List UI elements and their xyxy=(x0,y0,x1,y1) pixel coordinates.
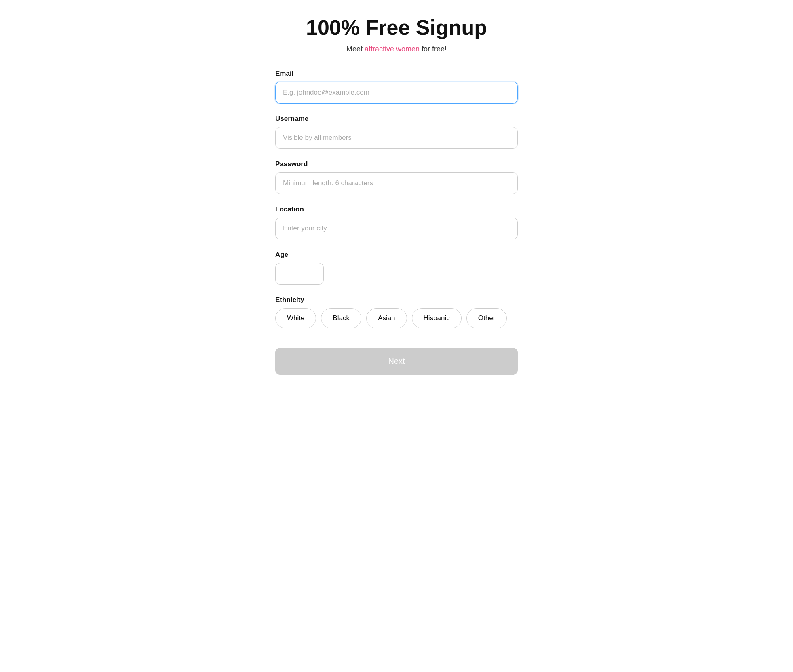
username-label: Username xyxy=(275,115,518,123)
ethnicity-btn-hispanic[interactable]: Hispanic xyxy=(412,308,462,328)
ethnicity-btn-black[interactable]: Black xyxy=(321,308,361,328)
email-input[interactable] xyxy=(275,82,518,104)
next-button[interactable]: Next xyxy=(275,348,518,375)
username-input[interactable] xyxy=(275,127,518,149)
password-label: Password xyxy=(275,160,518,168)
subtitle-prefix: Meet xyxy=(346,45,365,53)
username-group: Username xyxy=(275,115,518,149)
ethnicity-options: WhiteBlackAsianHispanicOther xyxy=(275,308,518,328)
email-group: Email xyxy=(275,70,518,104)
location-input[interactable] xyxy=(275,218,518,239)
ethnicity-btn-white[interactable]: White xyxy=(275,308,316,328)
password-input[interactable] xyxy=(275,172,518,194)
ethnicity-group: Ethnicity WhiteBlackAsianHispanicOther xyxy=(275,296,518,328)
subtitle: Meet attractive women for free! xyxy=(346,45,447,53)
ethnicity-btn-asian[interactable]: Asian xyxy=(366,308,407,328)
ethnicity-label: Ethnicity xyxy=(275,296,518,304)
page-title: 100% Free Signup xyxy=(306,16,487,39)
location-group: Location xyxy=(275,205,518,239)
age-input[interactable] xyxy=(275,263,324,285)
password-group: Password xyxy=(275,160,518,194)
age-group: Age xyxy=(275,251,518,285)
location-label: Location xyxy=(275,205,518,213)
page-container: 100% Free Signup Meet attractive women f… xyxy=(275,16,518,648)
ethnicity-btn-other[interactable]: Other xyxy=(466,308,507,328)
subtitle-highlight: attractive women xyxy=(365,45,420,53)
subtitle-suffix: for free! xyxy=(420,45,447,53)
signup-form: Email Username Password Location Age Eth… xyxy=(275,70,518,375)
age-label: Age xyxy=(275,251,518,259)
email-label: Email xyxy=(275,70,518,78)
